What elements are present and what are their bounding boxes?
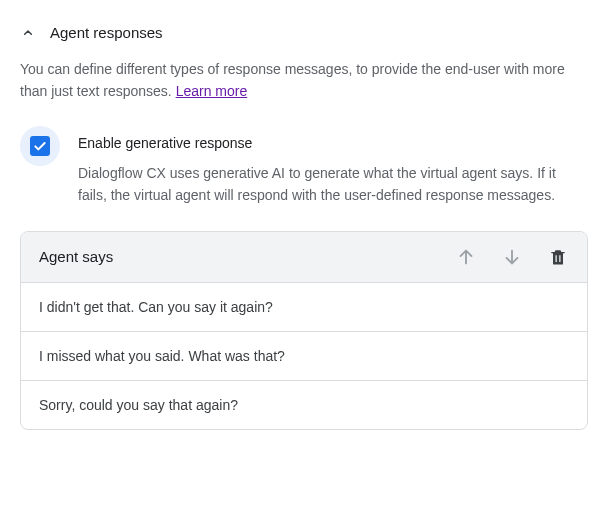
agent-says-table: Agent says I didn't get that. Can you sa…: [20, 231, 588, 430]
table-row[interactable]: Sorry, could you say that again?: [21, 381, 587, 429]
checkbox-description: Dialogflow CX uses generative AI to gene…: [78, 163, 588, 206]
checkbox-label: Enable generative response: [78, 135, 588, 151]
table-header: Agent says: [21, 232, 587, 283]
section-header: Agent responses: [20, 24, 588, 41]
section-title: Agent responses: [50, 24, 163, 41]
table-row[interactable]: I didn't get that. Can you say it again?: [21, 283, 587, 332]
chevron-up-icon[interactable]: [20, 25, 36, 41]
description-text: You can define different types of respon…: [20, 61, 565, 99]
arrow-down-icon[interactable]: [501, 246, 523, 268]
trash-icon[interactable]: [547, 246, 569, 268]
checkbox-row: Enable generative response Dialogflow CX…: [20, 126, 588, 206]
section-description: You can define different types of respon…: [20, 59, 588, 102]
table-row[interactable]: I missed what you said. What was that?: [21, 332, 587, 381]
enable-generative-checkbox[interactable]: [20, 126, 60, 166]
table-header-actions: [455, 246, 569, 268]
checkmark-icon: [30, 136, 50, 156]
table-header-title: Agent says: [39, 248, 113, 265]
arrow-up-icon[interactable]: [455, 246, 477, 268]
checkbox-content: Enable generative response Dialogflow CX…: [78, 126, 588, 206]
learn-more-link[interactable]: Learn more: [176, 83, 248, 99]
